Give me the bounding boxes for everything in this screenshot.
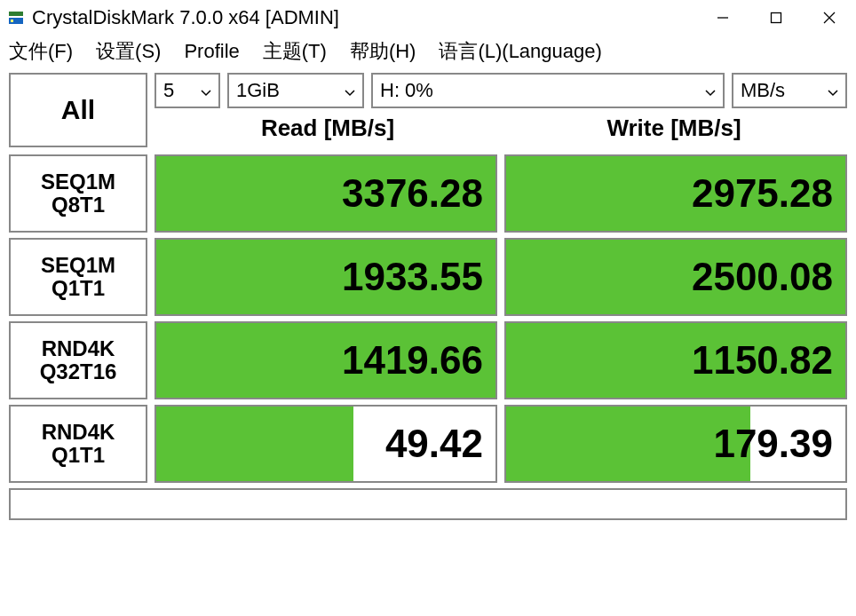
menu-bar: 文件(F) 设置(S) Profile 主题(T) 帮助(H) 语言(L)(La… [0,36,856,67]
result-row: SEQ1MQ8T13376.282975.28 [9,154,847,233]
write-value: 179.39 [506,407,845,481]
run-all-button[interactable]: All [9,73,147,147]
test-label-line2: Q1T1 [52,444,105,467]
test-label-line2: Q8T1 [52,193,105,217]
drive-select[interactable]: H: 0% [371,73,725,108]
menu-file[interactable]: 文件(F) [5,36,76,67]
run-all-label: All [61,95,95,125]
test-button[interactable]: SEQ1MQ8T1 [9,154,147,233]
write-value: 2500.08 [506,240,845,314]
window-title: CrystalDiskMark 7.0.0 x64 [ADMIN] [32,6,339,29]
svg-rect-2 [11,20,13,22]
read-cell: 49.42 [155,405,497,483]
maximize-button[interactable] [749,0,803,36]
write-value: 1150.82 [506,323,845,398]
test-label-line1: SEQ1M [41,170,115,193]
count-value: 5 [163,79,174,102]
write-header: Write [MB/s] [501,115,847,142]
menu-profile[interactable]: Profile [180,38,242,65]
read-cell: 1419.66 [155,321,497,399]
test-label-line1: RND4K [42,337,115,360]
read-value: 1933.55 [156,240,495,314]
menu-settings[interactable]: 设置(S) [92,36,164,67]
menu-theme[interactable]: 主题(T) [259,36,330,67]
test-label-line1: RND4K [42,421,115,444]
unit-select[interactable]: MB/s [732,73,847,108]
test-label-line2: Q1T1 [52,277,105,300]
chevron-down-icon [345,79,355,102]
minimize-button[interactable] [696,0,749,36]
test-label-line1: SEQ1M [41,254,115,277]
unit-value: MB/s [741,79,785,102]
read-cell: 3376.28 [155,154,497,233]
close-button[interactable] [803,0,856,36]
write-cell: 1150.82 [504,321,847,399]
count-select[interactable]: 5 [155,73,220,108]
result-row: SEQ1MQ1T11933.552500.08 [9,238,847,316]
read-value: 1419.66 [156,323,495,398]
chevron-down-icon [828,79,838,102]
svg-rect-0 [9,12,23,16]
drive-value: H: 0% [380,79,433,102]
content-area: All 5 1GiB H: 0% [0,67,856,616]
result-row: RND4KQ32T161419.661150.82 [9,321,847,399]
read-header: Read [MB/s] [155,115,501,142]
write-cell: 179.39 [504,405,847,483]
test-button[interactable]: RND4KQ32T16 [9,321,147,399]
result-row: RND4KQ1T149.42179.39 [9,405,847,483]
write-value: 2975.28 [506,156,845,231]
menu-language[interactable]: 语言(L)(Language) [435,36,605,67]
write-cell: 2500.08 [504,238,847,316]
read-cell: 1933.55 [155,238,497,316]
test-label-line2: Q32T16 [40,360,117,383]
chevron-down-icon [705,79,716,102]
size-value: 1GiB [236,79,280,102]
read-value: 49.42 [156,407,495,481]
chevron-down-icon [201,79,211,102]
test-button[interactable]: RND4KQ1T1 [9,405,147,483]
title-bar: CrystalDiskMark 7.0.0 x64 [ADMIN] [0,0,856,36]
svg-rect-4 [772,13,781,23]
status-bar [9,488,847,520]
read-value: 3376.28 [156,156,495,231]
size-select[interactable]: 1GiB [227,73,364,108]
write-cell: 2975.28 [504,154,847,233]
test-button[interactable]: SEQ1MQ1T1 [9,238,147,316]
menu-help[interactable]: 帮助(H) [346,36,420,67]
app-window: CrystalDiskMark 7.0.0 x64 [ADMIN] 文件(F) … [0,0,856,616]
window-controls [696,0,856,36]
app-icon [7,9,25,27]
